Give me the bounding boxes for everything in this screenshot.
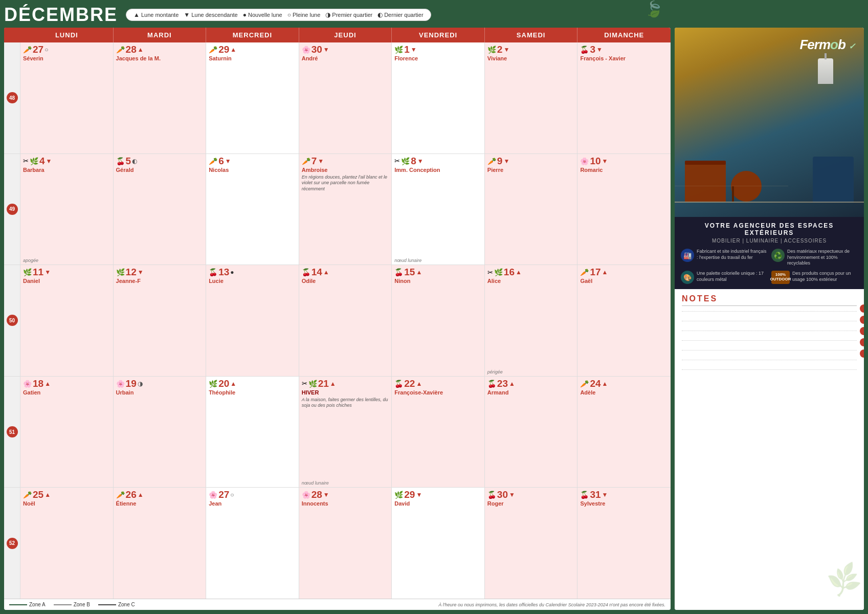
week-51-badge: 51 bbox=[4, 377, 20, 488]
cell-dec19: 🌸 19 ◑ Urbain bbox=[114, 377, 207, 488]
week-50-badge: 50 bbox=[4, 265, 20, 376]
header-lundi: LUNDI bbox=[20, 28, 114, 42]
header-vendredi: VENDREDI bbox=[392, 28, 485, 42]
cell-dec28: 🥕 28 ▲ Jacques de la M. bbox=[114, 42, 207, 154]
right-panel: Fermob ✓ VOTRE AGENCEUR DES ESPACES EXTÉ… bbox=[675, 28, 864, 610]
ad-image: Fermob ✓ bbox=[675, 28, 864, 217]
cell-dec25: 🥕 25 ▲ Noël bbox=[20, 488, 114, 599]
cell-dec10: 🌸 10 ▼ Romaric bbox=[577, 154, 671, 265]
moon-full-item: ○ Pleine lune bbox=[287, 11, 321, 18]
week-51-row: 51 🌸 18 ▲ Gatien 🌸 19 ◑ bbox=[4, 377, 671, 488]
ad-text-section: VOTRE AGENCEUR DES ESPACES EXTÉRIEURS MO… bbox=[675, 217, 864, 289]
cell-dec13: 🍒 13 ● Lucie bbox=[206, 265, 299, 376]
cell-dec23: 🍒 23 ▲ Armand bbox=[485, 377, 578, 488]
cell-dec7: 🥕 7 ▼ Ambroise En régions douces, plante… bbox=[299, 154, 392, 265]
cell-dec11: 🌿 11 ▼ Daniel bbox=[20, 265, 114, 376]
cell-dec31: 🍒 31 ▼ Sylvestre bbox=[577, 488, 671, 599]
notes-title: NOTES bbox=[682, 294, 857, 306]
notes-section: 🌿 NOTES bbox=[675, 289, 864, 610]
moon-lq-item: ◐ Dernier quartier bbox=[377, 11, 423, 18]
cell-dec9: 🥕 9 ▼ Pierre bbox=[485, 154, 578, 265]
week-48-row: 48 🥕 27 ○ Séverin 🥕 28 ▲ bbox=[4, 42, 671, 154]
cell-dec27: 🥕 27 ○ Séverin bbox=[20, 42, 114, 154]
week-49-badge: 49 bbox=[4, 154, 20, 265]
moon-down-item: ▼ Lune descendante bbox=[184, 11, 237, 18]
moon-up-item: ▲ Lune montante bbox=[133, 11, 179, 18]
cell-dec2: 🌿 2 ▼ Viviane bbox=[485, 42, 578, 154]
feature-1: 🏭 Fabricant et site industriel français … bbox=[681, 249, 767, 267]
cell-dec29b: 🌿 29 ▼ David bbox=[392, 488, 485, 599]
week-49-row: 49 ✂ 🌿 4 ▼ Barbara apogée 🍒 bbox=[4, 154, 671, 266]
cell-dec3: 🍒 3 ▼ François - Xavier bbox=[577, 42, 671, 154]
day-headers: LUNDI MARDI MERCREDI JEUDI VENDREDI SAME… bbox=[4, 28, 671, 42]
month-title: DÉCEMBRE bbox=[4, 4, 118, 26]
feature-4: 100%OUTDOOR Des produits conçus pour un … bbox=[771, 271, 858, 284]
cell-dec27b: 🌸 27 ○ Jean bbox=[206, 488, 299, 599]
cell-dec28b: 🌸 28 ▼ Innocents bbox=[299, 488, 392, 599]
week-50-row: 50 🌿 11 ▼ Daniel 🌿 12 ▼ bbox=[4, 265, 671, 377]
cell-dec20: 🌿 20 ▲ Théophile bbox=[206, 377, 299, 488]
cell-dec24: 🥕 24 ▲ Adèle bbox=[577, 377, 671, 488]
header-dimanche: DIMANCHE bbox=[577, 28, 671, 42]
week-52-row: 52 🥕 25 ▲ Noël 🥕 26 ▲ bbox=[4, 488, 671, 599]
cell-dec4: ✂ 🌿 4 ▼ Barbara apogée bbox=[20, 154, 114, 265]
header-jeudi: JEUDI bbox=[299, 28, 392, 42]
fermob-logo: Fermob ✓ bbox=[799, 37, 855, 53]
cell-dec30b: 🍒 30 ▼ Roger bbox=[485, 488, 578, 599]
cell-dec5: 🍒 5 ◐ Gérald bbox=[114, 154, 207, 265]
header-samedi: SAMEDI bbox=[485, 28, 578, 42]
footer-legend: Zone A Zone B Zone C À l'heure ou nous i… bbox=[4, 599, 671, 610]
cell-dec30: 🌸 30 ▼ André bbox=[299, 42, 392, 154]
ad-subtitle: MOBILIER | LUMINAIRE | ACCESSOIRES bbox=[681, 238, 858, 244]
cell-dec29: 🥕 29 ▲ Saturnin bbox=[206, 42, 299, 154]
cell-dec1: 🌿 1 ▼ Florence bbox=[392, 42, 485, 154]
calendar-section: LUNDI MARDI MERCREDI JEUDI VENDREDI SAME… bbox=[4, 28, 671, 610]
cell-dec18: 🌸 18 ▲ Gatien bbox=[20, 377, 114, 488]
moon-new-item: ● Nouvelle lune bbox=[243, 11, 282, 18]
feature-2: ♻️ Des matériaux respectueux de l'enviro… bbox=[771, 249, 858, 267]
week-52-badge: 52 bbox=[4, 488, 20, 599]
ad-tagline: VOTRE AGENCEUR DES ESPACES EXTÉRIEURS bbox=[681, 222, 858, 236]
header-mardi: MARDI bbox=[114, 28, 207, 42]
footer-note: À l'heure ou nous imprimons, les dates o… bbox=[438, 602, 665, 607]
cell-dec8: ✂ 🌿 8 ▼ Imm. Conception nœud lunaire bbox=[392, 154, 485, 265]
cell-dec26: 🥕 26 ▲ Étienne bbox=[114, 488, 207, 599]
cell-dec17: 🥕 17 ▲ Gaël bbox=[577, 265, 671, 376]
cell-dec12: 🌿 12 ▼ Jeanne-F bbox=[114, 265, 207, 376]
ad-features: 🏭 Fabricant et site industriel français … bbox=[681, 249, 858, 284]
cell-dec21: ✂ 🌿 21 ▲ HIVER A la maison, faites germe… bbox=[299, 377, 392, 488]
cell-dec16: ✂ 🌿 16 ▲ Alice périgée bbox=[485, 265, 578, 376]
cell-dec14: 🍒 14 ▲ Odile bbox=[299, 265, 392, 376]
cell-dec22: 🍒 22 ▲ Françoise-Xavière bbox=[392, 377, 485, 488]
week-48-badge: 48 bbox=[4, 42, 20, 154]
moon-fq-item: ◑ Premier quartier bbox=[325, 11, 372, 18]
feature-3: 🎨 Une palette colorielle unique : 17 cou… bbox=[681, 271, 767, 284]
moon-legend: ▲ Lune montante ▼ Lune descendante ● Nou… bbox=[126, 9, 431, 21]
cell-dec15: 🍒 15 ▲ Ninon bbox=[392, 265, 485, 376]
header-mercredi: MERCREDI bbox=[206, 28, 299, 42]
cell-dec6: 🥕 6 ▼ Nicolas bbox=[206, 154, 299, 265]
